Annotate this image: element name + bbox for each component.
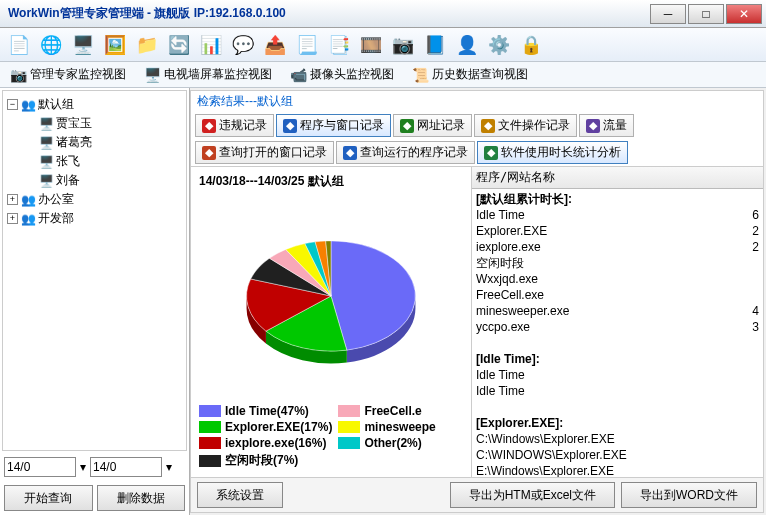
close-button[interactable]: ✕ xyxy=(726,4,762,24)
export-word-button[interactable]: 导出到WORD文件 xyxy=(621,482,757,508)
camera-icon: 📷 xyxy=(10,67,27,83)
list-item[interactable]: C:\WINDOWS\Explorer.EXE xyxy=(476,447,759,463)
tab-icon: ◆ xyxy=(343,146,357,160)
tree-node[interactable]: 🖥️张飞 xyxy=(5,152,184,171)
node-label: 办公室 xyxy=(38,191,74,208)
toolbar-icon-send[interactable]: 📤 xyxy=(262,32,288,58)
toolbar-icon-screens[interactable]: 🖼️ xyxy=(102,32,128,58)
window-title: WorkWin管理专家管理端 - 旗舰版 IP:192.168.0.100 xyxy=(4,5,650,22)
toolbar-icon-refresh[interactable]: 🔄 xyxy=(166,32,192,58)
node-label: 诸葛亮 xyxy=(56,134,92,151)
date-to-input[interactable] xyxy=(90,457,162,477)
toolbar-icon-copy[interactable]: 📑 xyxy=(326,32,352,58)
list-group-header: [Idle Time]: xyxy=(476,351,759,367)
list-item[interactable]: Idle Time xyxy=(476,383,759,399)
viewtab-tvwall[interactable]: 🖥️电视墙屏幕监控视图 xyxy=(140,64,276,85)
legend-label: 空闲时段(7%) xyxy=(225,452,298,469)
toolbar-icon-1[interactable]: 📄 xyxy=(6,32,32,58)
viewtab-camera[interactable]: 📹摄像头监控视图 xyxy=(286,64,398,85)
legend-swatch xyxy=(199,455,221,467)
maximize-button[interactable]: □ xyxy=(688,4,724,24)
client-tree[interactable]: −👥默认组🖥️贾宝玉🖥️诸葛亮🖥️张飞🖥️刘备+👥办公室+👥开发部 xyxy=(2,90,187,451)
titlebar: WorkWin管理专家管理端 - 旗舰版 IP:192.168.0.100 ─ … xyxy=(0,0,766,28)
node-icon: 🖥️ xyxy=(38,155,54,169)
legend-row: Other(2%) xyxy=(338,436,463,450)
date-from-input[interactable] xyxy=(4,457,76,477)
viewtab-history[interactable]: 📜历史数据查询视图 xyxy=(408,64,532,85)
delete-data-button[interactable]: 删除数据 xyxy=(97,485,186,511)
chart-column: 14/03/18---14/03/25 默认组 Idle Time(47%)Fr… xyxy=(191,167,471,477)
tab-icon: ◆ xyxy=(202,119,216,133)
tab-网址记录[interactable]: ◆网址记录 xyxy=(393,114,472,137)
date-range: ▾ ▾ xyxy=(0,453,189,481)
node-icon: 👥 xyxy=(20,98,36,112)
record-subtabs: ◆查询打开的窗口记录◆查询运行的程序记录◆软件使用时长统计分析 xyxy=(191,139,763,167)
legend-label: Explorer.EXE(17%) xyxy=(225,420,332,434)
legend-swatch xyxy=(338,421,360,433)
list-item[interactable]: 空闲时段 xyxy=(476,255,759,271)
node-label: 默认组 xyxy=(38,96,74,113)
webcam-icon: 📹 xyxy=(290,67,307,83)
toolbar-icon-msg[interactable]: 💬 xyxy=(230,32,256,58)
tree-node[interactable]: 🖥️刘备 xyxy=(5,171,184,190)
tree-node[interactable]: 🖥️贾宝玉 xyxy=(5,114,184,133)
toolbar-icon-book[interactable]: 📘 xyxy=(422,32,448,58)
list-item[interactable]: Wxxjqd.exe xyxy=(476,271,759,287)
tab-文件操作记录[interactable]: ◆文件操作记录 xyxy=(474,114,577,137)
tab-违规记录[interactable]: ◆违规记录 xyxy=(195,114,274,137)
toolbar-icon-user[interactable]: 👤 xyxy=(454,32,480,58)
toolbar-icon-lock[interactable]: 🔒 xyxy=(518,32,544,58)
list-item[interactable]: Explorer.EXE2 xyxy=(476,223,759,239)
list-item[interactable]: FreeCell.exe xyxy=(476,287,759,303)
list-item[interactable]: Idle Time xyxy=(476,367,759,383)
tab-程序与窗口记录[interactable]: ◆程序与窗口记录 xyxy=(276,114,391,137)
legend-swatch xyxy=(338,405,360,417)
legend-label: Idle Time(47%) xyxy=(225,404,309,418)
viewtab-monitor[interactable]: 📷管理专家监控视图 xyxy=(6,64,130,85)
tree-node[interactable]: +👥开发部 xyxy=(5,209,184,228)
tab-label: 查询打开的窗口记录 xyxy=(219,144,327,161)
export-html-button[interactable]: 导出为HTM或Excel文件 xyxy=(450,482,615,508)
start-query-button[interactable]: 开始查询 xyxy=(4,485,93,511)
list-item[interactable]: iexplore.exe2 xyxy=(476,239,759,255)
list-item[interactable]: E:\Windows\Explorer.EXE xyxy=(476,463,759,477)
screens-icon: 🖥️ xyxy=(144,67,161,83)
history-icon: 📜 xyxy=(412,67,429,83)
tab-查询打开的窗口记录[interactable]: ◆查询打开的窗口记录 xyxy=(195,141,334,164)
toolbar-icon-film[interactable]: 🎞️ xyxy=(358,32,384,58)
tab-软件使用时长统计分析[interactable]: ◆软件使用时长统计分析 xyxy=(477,141,628,164)
legend-label: iexplore.exe(16%) xyxy=(225,436,326,450)
tree-node[interactable]: +👥办公室 xyxy=(5,190,184,209)
list-item[interactable]: yccpo.exe3 xyxy=(476,319,759,335)
toolbar-icon-camera[interactable]: 📷 xyxy=(390,32,416,58)
chart-legend: Idle Time(47%)FreeCell.eExplorer.EXE(17%… xyxy=(199,400,463,473)
toolbar-icon-globe[interactable]: 🌐 xyxy=(38,32,64,58)
search-result-label: 检索结果---默认组 xyxy=(191,91,763,112)
toolbar-icon-gear[interactable]: ⚙️ xyxy=(486,32,512,58)
toolbar-icon-doc[interactable]: 📃 xyxy=(294,32,320,58)
tab-流量[interactable]: ◆流量 xyxy=(579,114,634,137)
expand-icon[interactable]: − xyxy=(7,99,18,110)
record-tabs: ◆违规记录◆程序与窗口记录◆网址记录◆文件操作记录◆流量 xyxy=(191,112,763,139)
legend-swatch xyxy=(199,405,221,417)
toolbar-icon-folder[interactable]: 📁 xyxy=(134,32,160,58)
expand-icon[interactable]: + xyxy=(7,213,18,224)
tab-查询运行的程序记录[interactable]: ◆查询运行的程序记录 xyxy=(336,141,475,164)
tab-icon: ◆ xyxy=(400,119,414,133)
node-icon: 🖥️ xyxy=(38,174,54,188)
minimize-button[interactable]: ─ xyxy=(650,4,686,24)
system-settings-button[interactable]: 系统设置 xyxy=(197,482,283,508)
list-item[interactable]: Idle Time6 xyxy=(476,207,759,223)
list-item[interactable]: C:\Windows\Explorer.EXE xyxy=(476,431,759,447)
list-item[interactable]: minesweeper.exe4 xyxy=(476,303,759,319)
view-tabs: 📷管理专家监控视图 🖥️电视墙屏幕监控视图 📹摄像头监控视图 📜历史数据查询视图 xyxy=(0,62,766,88)
tree-node[interactable]: 🖥️诸葛亮 xyxy=(5,133,184,152)
legend-row: 空闲时段(7%) xyxy=(199,452,332,469)
list-body[interactable]: [默认组累计时长]:Idle Time6Explorer.EXE2iexplor… xyxy=(472,189,763,477)
expand-icon[interactable]: + xyxy=(7,194,18,205)
toolbar-icon-monitor[interactable]: 🖥️ xyxy=(70,32,96,58)
tree-node[interactable]: −👥默认组 xyxy=(5,95,184,114)
legend-row: iexplore.exe(16%) xyxy=(199,436,332,450)
tab-label: 查询运行的程序记录 xyxy=(360,144,468,161)
toolbar-icon-chart[interactable]: 📊 xyxy=(198,32,224,58)
